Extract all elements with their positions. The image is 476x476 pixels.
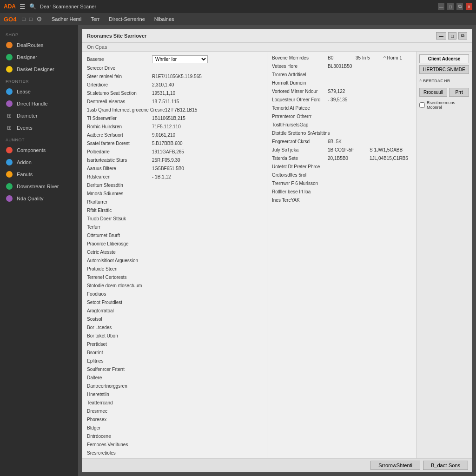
sidebar-item-direct-handle[interactable]: Direct Handle xyxy=(0,98,78,110)
label-tisds: TI Sdsenwriler xyxy=(87,116,152,121)
rroosuull-button[interactable]: Rroosuull xyxy=(419,88,447,97)
info-label-engreer: Engreercrof Ckrsd xyxy=(272,139,328,144)
close-button[interactable]: × xyxy=(466,3,472,10)
sidebar-section-shop: Shop xyxy=(0,29,78,39)
sidebar-label-designer: Designer xyxy=(17,54,37,60)
sidebar-item-diameter[interactable]: ⊞ Diameter xyxy=(0,110,78,122)
value-rorhic: 71F5.112.110 xyxy=(152,124,262,129)
label-bor-toket: Bor toket Ubon xyxy=(87,333,152,338)
menu-icon-box2: □ xyxy=(29,16,33,22)
label-eplitnes: Eplitnes xyxy=(87,358,152,364)
info-row-july: July SoTjeka 1B CO1F-5F S 1JW1,5GABB xyxy=(272,147,411,155)
info-row-ines: Ines TercYAK xyxy=(272,198,411,205)
designer-icon xyxy=(6,53,13,61)
form-row-isarturteatstic: Isarturteatstic Sturs 25R.F05.9.30 xyxy=(87,156,262,164)
label-ssatel: Ssatel fartere Dorest xyxy=(87,141,152,146)
sidebar-item-eanuts[interactable]: Eanuts xyxy=(0,168,78,180)
info-value-bovene-1: B0 xyxy=(328,55,356,60)
info-label-july: July SoTjeka xyxy=(272,147,328,152)
rseritmermons-checkbox[interactable] xyxy=(419,102,425,108)
menu-item-direct[interactable]: Direct-Serrerine xyxy=(105,15,149,23)
form-row-cetric: Cetric Atesste xyxy=(87,248,262,256)
addon-icon xyxy=(6,159,13,166)
form-row-sostsol: Sostsol xyxy=(87,315,262,323)
form-row-bsorrint: Bsorrint xyxy=(87,349,262,356)
menu-item-nibaines[interactable]: Nibaines xyxy=(151,15,178,23)
sidebar-item-events[interactable]: ⊞ Events xyxy=(0,122,78,134)
label-bsorrint: Bsorrint xyxy=(87,350,152,355)
form-row-protoide: Protoide Stcen xyxy=(87,265,262,272)
info-row-prrrenteron: Prrrenteron Otherrr xyxy=(272,114,411,121)
form-row-btdger: Btdger xyxy=(87,424,262,431)
form-row-hneretstlin: Hneretstlin xyxy=(87,390,262,398)
info-row-loquesteur: Loquesteur Otreer Ford - 39,5135 xyxy=(272,97,411,105)
menu-logo: GO4 xyxy=(4,16,16,23)
main-layout: Shop DealRoutes Designer Basket Designer… xyxy=(0,25,476,476)
sidebar: Shop DealRoutes Designer Basket Designer… xyxy=(0,25,78,476)
prrt-button[interactable]: Prrt xyxy=(449,88,469,97)
label-truob: Truob Doerr Sttsuk xyxy=(87,216,152,221)
form-row-autorol: Autorolsitioot Arguession xyxy=(87,257,262,264)
label-praonrce: Praonrce Lliberosge xyxy=(87,241,152,246)
form-row-teatterrcand: Teatterrcand xyxy=(87,399,262,406)
panel-body: Baserse Whriler Ior Serecor Drive Steer … xyxy=(82,52,472,458)
sidebar-item-basket-designer[interactable]: Basket Designer xyxy=(0,63,78,75)
form-row-grterdiore: Grterdiore 2,310,1,40 xyxy=(87,81,262,88)
sidebar-item-designer[interactable]: Designer xyxy=(0,51,78,63)
sidebar-item-components[interactable]: Components xyxy=(0,144,78,156)
maximize-button[interactable]: □ xyxy=(447,3,454,10)
info-label-vetees: Vetees Hore xyxy=(272,64,328,69)
info-label-uotetst: Uotetst Dt Preter Phrce xyxy=(272,164,328,169)
form-row-eplitnes: Eplitnes xyxy=(87,357,262,364)
restore-button[interactable]: ⧉ xyxy=(456,3,463,10)
sidebar-item-downstream-river[interactable]: Downstream River xyxy=(0,180,78,192)
sidebar-item-lease[interactable]: Lease xyxy=(0,86,78,98)
sidebar-item-nda-quality[interactable]: Nda Quality xyxy=(0,192,78,205)
value-steerrenisel: R1E7/11856K5.119.565 xyxy=(152,74,262,79)
select-baserse[interactable]: Whriler Ior xyxy=(152,55,208,63)
panel-minimize-button[interactable]: — xyxy=(436,32,446,40)
form-row-polbedarre: Polbedarre 1911GAFB,265 xyxy=(87,148,262,155)
app-logo: ADA xyxy=(4,3,16,10)
info-value-vetees: BL3001B50 xyxy=(328,64,411,69)
panel-restore-button[interactable]: □ xyxy=(448,32,456,40)
form-row-ottsturnet: Ottsturnet Brurft xyxy=(87,231,262,239)
tab-client-adcerse[interactable]: Client Adcerse xyxy=(419,54,469,63)
info-value-loquesteur: - 39,5135 xyxy=(328,97,411,102)
menu-item-sadher[interactable]: Sadher Hemi xyxy=(48,15,85,23)
label-serecorive: Serecor Drive xyxy=(87,66,152,71)
info-row-tsterda: Tsterda Sete 20,1B5B0 1JL,04B15,C1RB5 xyxy=(272,156,411,163)
label-polbedarre: Polbedarre xyxy=(87,149,152,154)
minimize-button[interactable]: — xyxy=(438,3,444,10)
sidebar-label-lease: Lease xyxy=(17,89,31,94)
hamburger-icon[interactable]: ☰ xyxy=(20,3,26,10)
form-row-dntrdocene: Dntrdocene xyxy=(87,432,262,440)
sidebar-item-addon[interactable]: Addon xyxy=(0,156,78,168)
info-row-grdtor: Grdtorsdlfes 5rol xyxy=(272,172,411,180)
gear-menu-icon[interactable]: ⚙ xyxy=(36,15,42,23)
form-row-prertidset: Prertidset xyxy=(87,340,262,348)
form-row-terrenef: Terrenef Certorests xyxy=(87,273,262,281)
sidebar-section-aunnot: Aunnot xyxy=(0,134,78,144)
panel-fullscreen-button[interactable]: ⧉ xyxy=(458,32,467,40)
panel-header: Roorames Site Sarriover — □ ⧉ xyxy=(82,29,472,43)
title-bar: ADA ☰ 🔍 Dear Scameaner Scaner — □ ⧉ × xyxy=(0,0,476,13)
sidebar-label-basket-designer: Basket Designer xyxy=(17,66,54,72)
form-row-rkofturrer: Rkofturrer xyxy=(87,198,262,205)
label-arogtorrat: Arogtorratoal xyxy=(87,308,152,313)
menu-item-terr[interactable]: Terr xyxy=(87,15,103,23)
label-autorol: Autorolsitioot Arguession xyxy=(87,258,152,263)
form-row-terfurr: Terfurr xyxy=(87,223,262,231)
label-foodiuos: Foodiuos xyxy=(87,291,152,297)
info-value-july-1: 1B CO1F-5F xyxy=(328,147,370,152)
info-value-tsterda-1: 20,1B5B0 xyxy=(328,156,370,161)
form-row-praonrce: Praonrce Lliberosge xyxy=(87,240,262,247)
sidebar-section-frontier: Frontier xyxy=(0,75,78,86)
info-section: Bovene Mernrdes B0 35 In 5 ^ Rorni 1 Vet… xyxy=(267,52,416,458)
sidebar-item-deal-routes[interactable]: DealRoutes xyxy=(0,39,78,51)
srrorow-button[interactable]: SrrorowShtenti xyxy=(370,461,420,470)
back-sons-button[interactable]: B_dact-Sons xyxy=(423,461,468,470)
label-isarturteatstic: Isarturteatstic Sturs xyxy=(87,158,152,163)
info-value-bovene-3: ^ Rorni 1 xyxy=(383,55,411,60)
tab-hertdrc[interactable]: HERTDRC SNIMDE xyxy=(419,65,469,74)
